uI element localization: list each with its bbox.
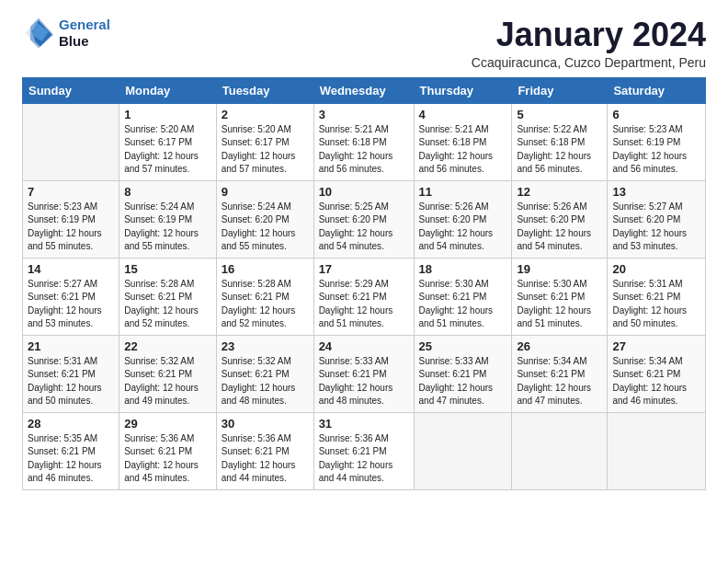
sunrise-text: Sunrise: 5:27 AM xyxy=(612,201,682,212)
sunset-text: Sunset: 6:21 PM xyxy=(28,292,96,302)
day-info: Sunrise: 5:21 AMSunset: 6:18 PMDaylight:… xyxy=(419,123,507,177)
daylight-text: Daylight: 12 hours and 56 minutes. xyxy=(517,151,591,175)
day-info: Sunrise: 5:36 AMSunset: 6:21 PMDaylight:… xyxy=(124,432,211,486)
daylight-text: Daylight: 12 hours and 52 minutes. xyxy=(222,305,296,329)
calendar-day-cell xyxy=(608,412,706,489)
day-info: Sunrise: 5:36 AMSunset: 6:21 PMDaylight:… xyxy=(222,432,309,486)
sunrise-text: Sunrise: 5:34 AM xyxy=(612,356,682,366)
sunrise-text: Sunrise: 5:32 AM xyxy=(222,356,291,366)
sunrise-text: Sunrise: 5:24 AM xyxy=(124,201,194,212)
day-info: Sunrise: 5:36 AMSunset: 6:21 PMDaylight:… xyxy=(319,432,409,486)
day-number: 21 xyxy=(28,339,114,353)
day-info: Sunrise: 5:25 AMSunset: 6:20 PMDaylight:… xyxy=(319,201,409,254)
day-info: Sunrise: 5:24 AMSunset: 6:19 PMDaylight:… xyxy=(124,201,211,254)
sunset-text: Sunset: 6:19 PM xyxy=(28,214,96,224)
sunrise-text: Sunrise: 5:20 AM xyxy=(222,124,291,134)
calendar-day-cell: 11Sunrise: 5:26 AMSunset: 6:20 PMDayligh… xyxy=(414,180,512,258)
sunrise-text: Sunrise: 5:36 AM xyxy=(124,433,194,443)
month-title: January 2024 xyxy=(472,17,706,53)
calendar-day-cell: 31Sunrise: 5:36 AMSunset: 6:21 PMDayligh… xyxy=(313,412,414,489)
sunrise-text: Sunrise: 5:34 AM xyxy=(517,356,586,366)
sunset-text: Sunset: 6:21 PM xyxy=(517,369,585,379)
day-info: Sunrise: 5:34 AMSunset: 6:21 PMDaylight:… xyxy=(612,355,700,408)
day-info: Sunrise: 5:26 AMSunset: 6:20 PMDaylight:… xyxy=(517,201,602,254)
sunset-text: Sunset: 6:21 PM xyxy=(319,446,387,456)
daylight-text: Daylight: 12 hours and 44 minutes. xyxy=(319,460,393,484)
day-info: Sunrise: 5:20 AMSunset: 6:17 PMDaylight:… xyxy=(124,123,211,177)
day-number: 18 xyxy=(419,262,507,276)
calendar-body: 1Sunrise: 5:20 AMSunset: 6:17 PMDaylight… xyxy=(23,103,706,489)
sunrise-text: Sunrise: 5:26 AM xyxy=(419,201,489,212)
daylight-text: Daylight: 12 hours and 55 minutes. xyxy=(124,228,199,252)
sunrise-text: Sunrise: 5:30 AM xyxy=(419,279,489,289)
calendar-day-cell: 6Sunrise: 5:23 AMSunset: 6:19 PMDaylight… xyxy=(608,103,706,180)
sunset-text: Sunset: 6:21 PM xyxy=(28,369,96,379)
sunrise-text: Sunrise: 5:29 AM xyxy=(319,279,389,289)
logo-blue: Blue xyxy=(59,33,110,50)
day-number: 27 xyxy=(612,339,700,353)
calendar-week-row: 7Sunrise: 5:23 AMSunset: 6:19 PMDaylight… xyxy=(23,180,706,258)
day-info: Sunrise: 5:35 AMSunset: 6:21 PMDaylight:… xyxy=(28,432,114,486)
day-info: Sunrise: 5:28 AMSunset: 6:21 PMDaylight:… xyxy=(222,278,309,331)
calendar-day-cell xyxy=(23,103,119,180)
calendar-week-row: 1Sunrise: 5:20 AMSunset: 6:17 PMDaylight… xyxy=(23,103,706,180)
day-number: 25 xyxy=(419,339,507,353)
day-info: Sunrise: 5:32 AMSunset: 6:21 PMDaylight:… xyxy=(124,355,211,408)
calendar-day-cell: 10Sunrise: 5:25 AMSunset: 6:20 PMDayligh… xyxy=(313,180,414,258)
sunset-text: Sunset: 6:17 PM xyxy=(124,137,192,147)
sunrise-text: Sunrise: 5:33 AM xyxy=(319,356,389,366)
weekday-header-cell: Thursday xyxy=(414,77,512,103)
sunset-text: Sunset: 6:21 PM xyxy=(222,292,290,302)
sunset-text: Sunset: 6:21 PM xyxy=(517,292,585,302)
calendar-day-cell: 26Sunrise: 5:34 AMSunset: 6:21 PMDayligh… xyxy=(512,335,608,412)
sunrise-text: Sunrise: 5:36 AM xyxy=(319,433,389,443)
calendar-day-cell: 3Sunrise: 5:21 AMSunset: 6:18 PMDaylight… xyxy=(313,103,414,180)
calendar-day-cell: 20Sunrise: 5:31 AMSunset: 6:21 PMDayligh… xyxy=(608,258,706,335)
day-info: Sunrise: 5:32 AMSunset: 6:21 PMDaylight:… xyxy=(222,355,309,408)
sunrise-text: Sunrise: 5:22 AM xyxy=(517,124,586,134)
calendar-day-cell: 18Sunrise: 5:30 AMSunset: 6:21 PMDayligh… xyxy=(414,258,512,335)
weekday-header-cell: Friday xyxy=(512,77,608,103)
daylight-text: Daylight: 12 hours and 51 minutes. xyxy=(517,305,591,329)
sunrise-text: Sunrise: 5:36 AM xyxy=(222,433,291,443)
daylight-text: Daylight: 12 hours and 55 minutes. xyxy=(28,228,102,252)
day-number: 14 xyxy=(28,262,114,276)
header-row: General Blue January 2024 Ccaquiracunca,… xyxy=(22,17,706,70)
calendar-day-cell: 12Sunrise: 5:26 AMSunset: 6:20 PMDayligh… xyxy=(512,180,608,258)
sunrise-text: Sunrise: 5:20 AM xyxy=(124,124,194,134)
daylight-text: Daylight: 12 hours and 55 minutes. xyxy=(222,228,296,252)
sunset-text: Sunset: 6:21 PM xyxy=(124,292,192,302)
sunset-text: Sunset: 6:20 PM xyxy=(517,214,585,224)
day-number: 4 xyxy=(419,108,507,121)
daylight-text: Daylight: 12 hours and 57 minutes. xyxy=(124,151,199,175)
sunrise-text: Sunrise: 5:25 AM xyxy=(319,201,389,212)
page: General Blue January 2024 Ccaquiracunca,… xyxy=(0,0,728,563)
day-number: 31 xyxy=(319,417,409,431)
calendar-day-cell: 16Sunrise: 5:28 AMSunset: 6:21 PMDayligh… xyxy=(216,258,313,335)
calendar-day-cell xyxy=(512,412,608,489)
logo-icon xyxy=(22,17,55,50)
sunset-text: Sunset: 6:21 PM xyxy=(319,292,387,302)
day-number: 24 xyxy=(319,339,409,353)
calendar-day-cell: 25Sunrise: 5:33 AMSunset: 6:21 PMDayligh… xyxy=(414,335,512,412)
daylight-text: Daylight: 12 hours and 47 minutes. xyxy=(419,383,494,407)
daylight-text: Daylight: 12 hours and 50 minutes. xyxy=(612,305,687,329)
calendar-week-row: 14Sunrise: 5:27 AMSunset: 6:21 PMDayligh… xyxy=(23,258,706,335)
day-info: Sunrise: 5:24 AMSunset: 6:20 PMDaylight:… xyxy=(222,201,309,254)
logo-general: General xyxy=(59,17,110,32)
sunset-text: Sunset: 6:18 PM xyxy=(319,137,387,147)
day-number: 13 xyxy=(612,185,700,199)
sunset-text: Sunset: 6:21 PM xyxy=(419,292,487,302)
calendar-day-cell: 1Sunrise: 5:20 AMSunset: 6:17 PMDaylight… xyxy=(119,103,217,180)
sunset-text: Sunset: 6:20 PM xyxy=(319,214,387,224)
day-number: 30 xyxy=(222,417,309,431)
daylight-text: Daylight: 12 hours and 45 minutes. xyxy=(124,460,199,484)
day-number: 19 xyxy=(517,262,602,276)
calendar-week-row: 21Sunrise: 5:31 AMSunset: 6:21 PMDayligh… xyxy=(23,335,706,412)
day-number: 15 xyxy=(124,262,211,276)
calendar-table: SundayMondayTuesdayWednesdayThursdayFrid… xyxy=(22,77,706,490)
daylight-text: Daylight: 12 hours and 46 minutes. xyxy=(612,383,687,407)
daylight-text: Daylight: 12 hours and 50 minutes. xyxy=(28,383,102,407)
sunset-text: Sunset: 6:20 PM xyxy=(612,214,680,224)
sunset-text: Sunset: 6:19 PM xyxy=(124,214,192,224)
